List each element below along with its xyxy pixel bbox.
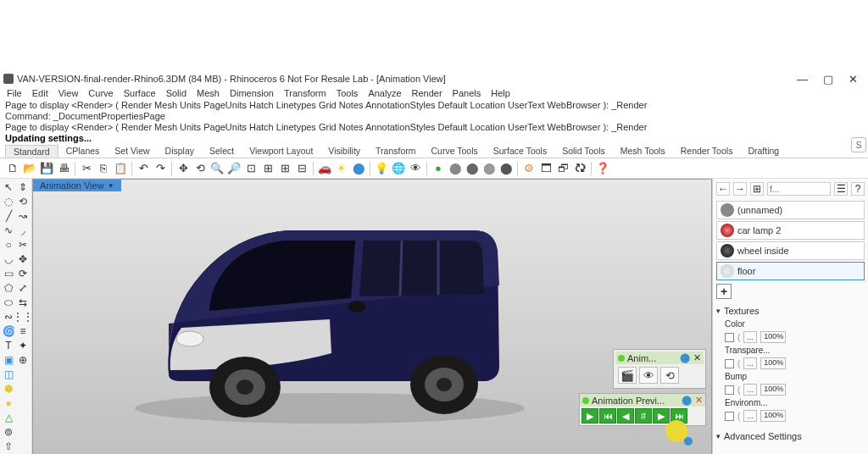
material-item[interactable]: (unnamed) (716, 201, 865, 219)
array-icon[interactable]: ⋮⋮ (16, 310, 30, 324)
prev-pin-icon[interactable]: ⬤ (682, 395, 692, 406)
cut-icon[interactable]: ✂ (79, 161, 94, 176)
save-icon[interactable]: 💾 (39, 161, 54, 176)
viewport-icon[interactable]: ⊞ (277, 161, 292, 176)
spiral-icon[interactable]: 🌀 (2, 324, 15, 338)
notes-icon[interactable]: 🗘 (572, 161, 587, 176)
menu-icon[interactable]: ☰ (834, 182, 848, 196)
next-frame-button[interactable]: ▶ (653, 408, 670, 424)
menu-help[interactable]: Help (491, 88, 510, 98)
sphere3-icon[interactable]: ⬤ (481, 161, 497, 176)
sphere1-icon[interactable]: ⬤ (448, 161, 463, 176)
4view-icon[interactable]: ⊟ (294, 161, 309, 176)
viewport[interactable]: Animation View ▼ Anim...⬤✕ 🎬 👁 (32, 179, 712, 454)
tab-viewportlayout[interactable]: Viewport Layout (242, 145, 320, 158)
sidepanel-icon[interactable]: S (851, 137, 866, 152)
join-icon[interactable]: ⊕ (16, 353, 30, 367)
plane-icon[interactable]: ◫ (2, 368, 15, 381)
tab-transform[interactable]: Transform (368, 145, 423, 158)
move-icon[interactable]: ✥ (16, 252, 30, 266)
anim-tool-2[interactable]: 👁 (639, 367, 658, 384)
align-icon[interactable]: ≡ (16, 324, 30, 338)
arc-icon[interactable]: ◡ (2, 252, 15, 266)
material-item[interactable]: wheel inside (716, 241, 865, 260)
tex-browse-button[interactable]: ... (743, 331, 757, 343)
rotatetool-icon[interactable]: ⟳ (16, 267, 30, 280)
menu-view[interactable]: View (58, 88, 79, 98)
tab-drafting[interactable]: Drafting (740, 145, 787, 158)
tex-pct[interactable]: 100% (760, 410, 786, 422)
tab-solidtools[interactable]: Solid Tools (554, 145, 613, 158)
menu-surface[interactable]: Surface (124, 88, 156, 98)
close-button[interactable]: ✕ (849, 73, 858, 86)
advanced-header[interactable]: Advanced Settings (716, 431, 865, 441)
extrude-icon[interactable]: ⇧ (2, 440, 15, 453)
fwd-icon[interactable]: → (733, 182, 747, 196)
cone-icon[interactable]: △ (2, 411, 15, 424)
sphere4-icon[interactable]: ⬤ (498, 161, 514, 176)
trim-icon[interactable]: ✂ (16, 238, 30, 252)
tab-curvetools[interactable]: Curve Tools (424, 145, 486, 158)
loft-icon[interactable]: ⇕ (16, 180, 30, 194)
polygon-icon[interactable]: ⬠ (2, 281, 15, 295)
menu-tools[interactable]: Tools (337, 88, 359, 98)
ellipse-icon[interactable]: ⬭ (2, 296, 15, 309)
tab-surfacetools[interactable]: Surface Tools (486, 145, 554, 158)
layer-icon[interactable]: ● (431, 161, 446, 176)
grid-icon[interactable]: ⊞ (750, 182, 764, 196)
zoom-extents-icon[interactable]: 🔎 (226, 161, 242, 176)
anim-tool-3[interactable]: ⟲ (660, 367, 679, 384)
options-icon[interactable]: ⚙ (521, 161, 537, 176)
menu-transform[interactable]: Transform (284, 88, 326, 98)
menu-curve[interactable]: Curve (88, 88, 113, 98)
revolve-icon[interactable]: ⟲ (16, 195, 30, 208)
back-icon[interactable]: ← (716, 182, 730, 196)
car-icon[interactable]: 🚗 (317, 161, 332, 176)
tab-setview[interactable]: Set View (107, 145, 157, 158)
menu-render[interactable]: Render (412, 88, 442, 98)
help-icon[interactable]: ❓ (595, 161, 610, 176)
tex-browse-button[interactable]: ... (743, 357, 757, 369)
open-icon[interactable]: 📂 (22, 161, 37, 176)
search-input[interactable] (767, 182, 831, 196)
sweep-icon[interactable]: ↝ (16, 209, 30, 223)
rotate-icon[interactable]: ⟲ (192, 161, 208, 176)
sphere2-icon[interactable]: ⬤ (465, 161, 480, 176)
material-item-selected[interactable]: floor (716, 262, 865, 280)
new-icon[interactable]: 🗋 (5, 161, 20, 176)
scale-icon[interactable]: ⤢ (16, 281, 30, 295)
tab-rendertools[interactable]: Render Tools (673, 145, 741, 158)
prev-frame-button[interactable]: ◀ (617, 408, 634, 424)
pan-icon[interactable]: ✥ (175, 161, 191, 176)
add-material-button[interactable]: + (716, 284, 732, 299)
tab-standard[interactable]: Standard (5, 145, 58, 158)
circle-icon[interactable]: ○ (2, 238, 15, 252)
fillet-icon[interactable]: ◞ (16, 224, 30, 237)
render-icon[interactable]: ☀ (334, 161, 349, 176)
layers-icon[interactable]: 🗗 (555, 161, 570, 176)
tex-pct[interactable]: 100% (760, 384, 786, 396)
help-panel-icon[interactable]: ? (851, 182, 865, 196)
bulb-icon[interactable]: 💡 (374, 161, 389, 176)
pointer-icon[interactable]: ↖ (2, 180, 15, 194)
zoom-sel-icon[interactable]: ⊡ (243, 161, 259, 176)
minimize-button[interactable]: — (797, 73, 808, 86)
tex-pct[interactable]: 100% (760, 331, 786, 343)
tab-meshtools[interactable]: Mesh Tools (613, 145, 673, 158)
rewind-button[interactable]: ⏮ (599, 408, 616, 424)
zoom-icon[interactable]: 🔍 (209, 161, 225, 176)
prev-close-icon[interactable]: ✕ (695, 395, 703, 406)
menu-file[interactable]: File (7, 88, 22, 98)
lasso-icon[interactable]: ◌ (2, 195, 15, 208)
anim-tool-1[interactable]: 🎬 (618, 367, 637, 384)
box-icon[interactable]: ▣ (2, 353, 15, 367)
text-icon[interactable]: T (2, 339, 15, 352)
menu-edit[interactable]: Edit (32, 88, 48, 98)
redo-icon[interactable]: ↷ (153, 161, 168, 176)
sphere-icon[interactable]: ● (2, 396, 15, 410)
tex-pct[interactable]: 100% (760, 357, 786, 369)
play-button[interactable]: ▶ (581, 408, 598, 424)
keyframe-button[interactable]: # (635, 408, 652, 424)
env-icon[interactable]: 🌐 (391, 161, 406, 176)
tex-bump-checkbox[interactable] (725, 385, 734, 395)
